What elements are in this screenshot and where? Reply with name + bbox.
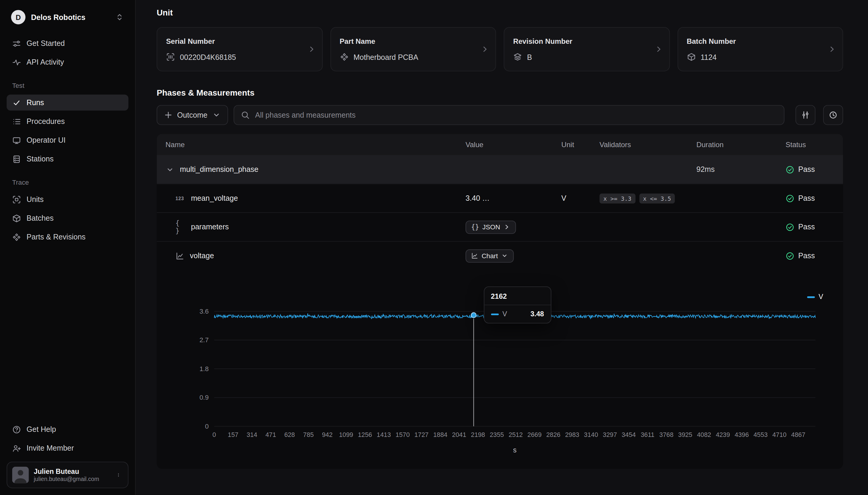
sidebar-item-batches[interactable]: Batches xyxy=(6,210,128,226)
phase-duration: 92ms xyxy=(696,165,785,174)
screen: D Delos Robotics Get Started API Activit… xyxy=(0,0,868,495)
sidebar-item-label: Stations xyxy=(27,155,54,163)
sidebar-item-parts-revisions[interactable]: Parts & Revisions xyxy=(6,229,128,245)
sidebar-item-operator-ui[interactable]: Operator UI xyxy=(6,132,128,148)
card-label: Serial Number xyxy=(166,37,313,45)
svg-text:3297: 3297 xyxy=(603,431,617,439)
batch-number-card[interactable]: Batch Number 1124 xyxy=(677,27,843,71)
col-status: Status xyxy=(785,140,834,149)
svg-text:1884: 1884 xyxy=(433,431,447,439)
sidebar-item-get-help[interactable]: Get Help xyxy=(6,422,128,438)
sidebar-section-test: Test xyxy=(12,82,123,90)
phases-table-panel: Name Value Unit Validators Duration Stat… xyxy=(157,134,843,469)
chevron-right-icon xyxy=(828,45,836,54)
table-row-parameters[interactable]: { } parameters {} JSON xyxy=(157,212,843,241)
check-circle-icon xyxy=(785,222,795,232)
main-content: Unit Serial Number 00220D4K68185 Part Na… xyxy=(136,0,868,495)
serial-number-card[interactable]: Serial Number 00220D4K68185 xyxy=(157,27,322,71)
table-row-mean-voltage[interactable]: 123 mean_voltage 3.40 … V x >= 3.3 x <= … xyxy=(157,184,843,212)
sidebar-item-label: Batches xyxy=(27,214,54,222)
adjustments-icon xyxy=(801,110,810,119)
svg-text:3140: 3140 xyxy=(584,431,598,439)
svg-text:0: 0 xyxy=(213,431,216,439)
monitor-icon xyxy=(12,136,21,145)
legend-series-label: V xyxy=(819,293,823,301)
svg-text:1099: 1099 xyxy=(339,431,353,439)
sidebar-item-label: Units xyxy=(27,195,44,203)
sidebar-item-runs[interactable]: Runs xyxy=(6,95,128,110)
kebab-menu-icon[interactable] xyxy=(114,471,123,479)
sidebar-item-units[interactable]: Units xyxy=(6,191,128,207)
user-name: Julien Buteau xyxy=(34,468,109,476)
revision-number-card[interactable]: Revision Number B xyxy=(504,27,669,71)
svg-text:471: 471 xyxy=(265,431,276,439)
chevron-up-down-icon xyxy=(115,13,124,22)
card-value: B xyxy=(527,53,532,61)
measurement-unit: V xyxy=(561,194,600,203)
numeric-type-icon: 123 xyxy=(176,195,185,201)
col-value: Value xyxy=(465,140,561,149)
sidebar-item-stations[interactable]: Stations xyxy=(6,151,128,167)
adjustments-button[interactable] xyxy=(796,105,816,125)
chevron-down-icon[interactable] xyxy=(165,165,175,174)
svg-text:3.6: 3.6 xyxy=(199,308,209,315)
svg-text:1727: 1727 xyxy=(414,431,428,439)
outcome-filter-button[interactable]: Outcome xyxy=(157,105,228,125)
chart-legend[interactable]: V xyxy=(807,293,823,301)
svg-text:2.7: 2.7 xyxy=(199,336,209,344)
tooltip-series-label: V xyxy=(503,310,527,318)
avatar xyxy=(12,467,29,483)
user-menu[interactable]: Julien Buteau julien.buteau@gmail.com xyxy=(6,462,128,488)
svg-text:0.9: 0.9 xyxy=(199,394,209,401)
sidebar-item-procedures[interactable]: Procedures xyxy=(6,114,128,130)
sidebar-section-trace: Trace xyxy=(12,179,123,186)
chart-badge-label: Chart xyxy=(481,252,498,260)
card-label: Part Name xyxy=(340,37,487,45)
phases-toolbar: Outcome xyxy=(157,105,843,125)
help-icon xyxy=(12,425,21,434)
status-label: Pass xyxy=(798,194,815,203)
chevron-right-icon xyxy=(503,223,510,231)
user-email: julien.buteau@gmail.com xyxy=(34,476,109,482)
layers-icon xyxy=(513,52,522,61)
box-icon xyxy=(12,214,21,223)
search-bar xyxy=(233,105,785,125)
sidebar-item-api-activity[interactable]: API Activity xyxy=(6,54,128,70)
measurement-name: parameters xyxy=(191,223,229,231)
svg-text:942: 942 xyxy=(322,431,333,439)
sidebar-item-get-started[interactable]: Get Started xyxy=(6,35,128,52)
sidebar-item-label: API Activity xyxy=(27,58,64,66)
card-value: Motherboard PCBA xyxy=(353,53,418,61)
sidebar-item-label: Invite Member xyxy=(27,444,74,453)
table-row-phase[interactable]: multi_dimension_phase 92ms Pass xyxy=(157,155,843,184)
validators: x >= 3.3 x <= 3.5 xyxy=(600,193,697,203)
user-meta: Julien Buteau julien.buteau@gmail.com xyxy=(34,468,109,482)
chevron-down-icon xyxy=(212,110,221,119)
svg-text:4867: 4867 xyxy=(791,431,805,439)
measurement-name: mean_voltage xyxy=(191,194,238,203)
rack-icon xyxy=(12,155,21,164)
braces-type-icon: { } xyxy=(176,219,185,235)
app-window: D Delos Robotics Get Started API Activit… xyxy=(0,0,868,495)
svg-text:3454: 3454 xyxy=(622,431,636,439)
svg-text:0: 0 xyxy=(205,423,209,430)
sidebar: D Delos Robotics Get Started API Activit… xyxy=(0,0,136,495)
svg-text:2041: 2041 xyxy=(452,431,466,439)
sidebar-item-label: Parts & Revisions xyxy=(27,233,86,241)
json-badge[interactable]: {} JSON xyxy=(465,220,516,234)
braces-icon: {} xyxy=(471,223,479,231)
part-name-card[interactable]: Part Name Motherboard PCBA xyxy=(330,27,496,71)
table-row-voltage[interactable]: voltage Chart xyxy=(157,241,843,270)
voltage-chart[interactable]: 00.91.82.73.6015731447162878594210991256… xyxy=(165,277,843,469)
history-button[interactable] xyxy=(823,105,843,125)
svg-text:785: 785 xyxy=(303,431,314,439)
check-icon xyxy=(12,98,21,107)
svg-text:157: 157 xyxy=(228,431,239,439)
search-input[interactable] xyxy=(255,111,777,119)
check-circle-icon xyxy=(785,194,795,203)
chart-badge[interactable]: Chart xyxy=(465,249,514,262)
svg-text:1413: 1413 xyxy=(377,431,391,439)
sidebar-item-invite-member[interactable]: Invite Member xyxy=(6,440,128,456)
workspace-switcher[interactable]: D Delos Robotics xyxy=(6,6,128,29)
svg-text:s: s xyxy=(513,446,517,454)
